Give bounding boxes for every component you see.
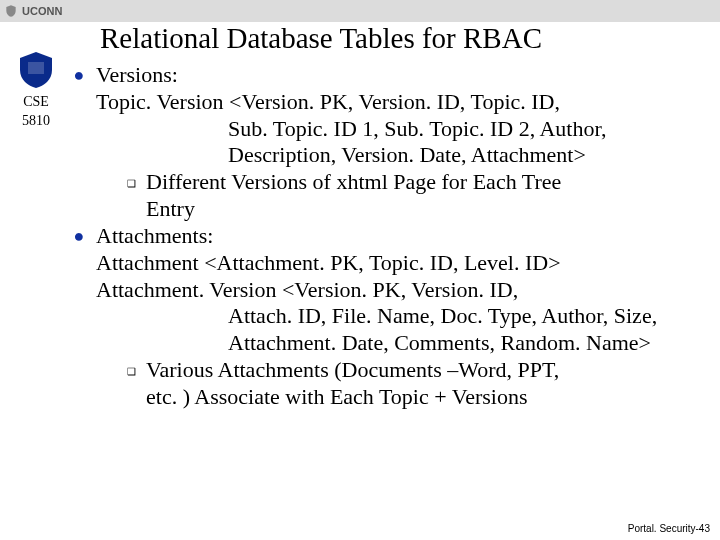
attachments-sub: ❑ Various Attachments (Documents –Word, … xyxy=(126,357,704,411)
square-icon: ❑ xyxy=(126,178,136,190)
square-icon: ❑ xyxy=(126,366,136,378)
bullet-attachments-body: Attachments: Attachment <Attachment. PK,… xyxy=(96,223,704,411)
bullet-attachments: ● Attachments: Attachment <Attachment. P… xyxy=(72,223,704,411)
versions-sub-line2: Entry xyxy=(146,196,704,223)
bullet-versions: ● Versions: Topic. Version <Version. PK,… xyxy=(72,62,704,223)
content: ● Versions: Topic. Version <Version. PK,… xyxy=(72,62,704,411)
slide-title: Relational Database Tables for RBAC xyxy=(100,22,700,55)
versions-line1: Topic. Version <Version. PK, Version. ID… xyxy=(96,89,704,116)
versions-sub-body: Different Versions of xhtml Page for Eac… xyxy=(146,169,704,223)
attachments-line4: Attachment. Date, Comments, Random. Name… xyxy=(96,330,704,357)
shield-icon xyxy=(16,50,56,90)
course-logo xyxy=(16,50,56,90)
attachments-line1: Attachment <Attachment. PK, Topic. ID, L… xyxy=(96,250,704,277)
versions-heading: Versions: xyxy=(96,62,704,89)
attachments-sub-line1: Various Attachments (Documents –Word, PP… xyxy=(146,357,704,384)
attachments-heading: Attachments: xyxy=(96,223,704,250)
bullet-versions-body: Versions: Topic. Version <Version. PK, V… xyxy=(96,62,704,223)
disc-icon: ● xyxy=(72,226,86,248)
versions-line2: Sub. Topic. ID 1, Sub. Topic. ID 2, Auth… xyxy=(96,116,704,143)
versions-sub: ❑ Different Versions of xhtml Page for E… xyxy=(126,169,704,223)
versions-sub-line1: Different Versions of xhtml Page for Eac… xyxy=(146,169,704,196)
attachments-line2: Attachment. Version <Version. PK, Versio… xyxy=(96,277,704,304)
university-name: UCONN xyxy=(22,5,62,17)
attachments-line3: Attach. ID, File. Name, Doc. Type, Autho… xyxy=(96,303,704,330)
slide: UCONN Relational Database Tables for RBA… xyxy=(0,0,720,540)
svg-rect-0 xyxy=(28,62,44,74)
disc-icon: ● xyxy=(72,65,86,87)
footer-text: Portal. Security-43 xyxy=(628,523,710,534)
shield-icon xyxy=(4,4,18,18)
university-logo: UCONN xyxy=(4,4,62,18)
versions-line3: Description, Version. Date, Attachment> xyxy=(96,142,704,169)
course-code-line2: 5810 xyxy=(6,113,66,128)
course-code-line1: CSE xyxy=(6,94,66,109)
sidebar: CSE 5810 xyxy=(6,50,66,129)
attachments-sub-body: Various Attachments (Documents –Word, PP… xyxy=(146,357,704,411)
attachments-sub-line2: etc. ) Associate with Each Topic + Versi… xyxy=(146,384,704,411)
top-bar: UCONN xyxy=(0,0,720,22)
